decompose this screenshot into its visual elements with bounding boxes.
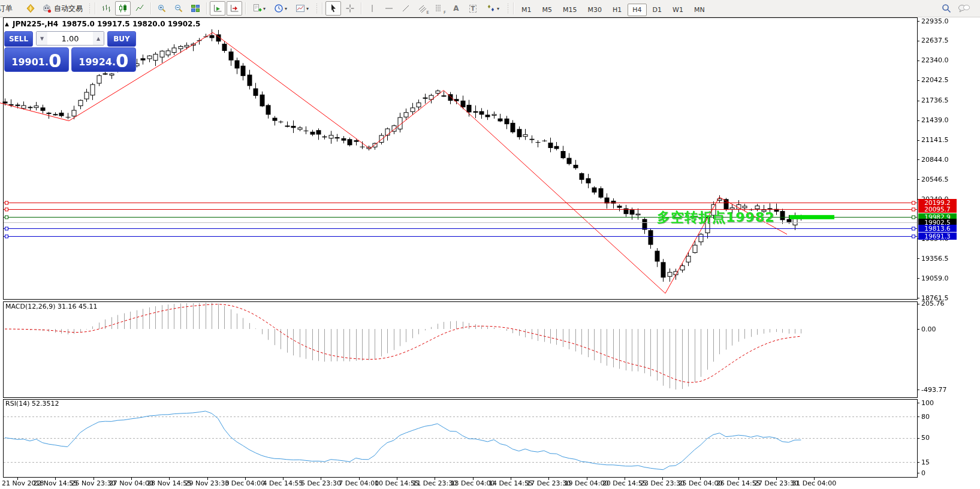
chart-canvas[interactable] [0, 0, 980, 489]
caret-down-icon: ▾ [306, 6, 309, 11]
timeframe-mn[interactable]: MN [689, 4, 710, 16]
bar-chart-icon[interactable] [98, 1, 114, 16]
date-tick-label: 4 Dec 14:55 [263, 479, 303, 487]
macd-tick-label: 0.00 [921, 325, 936, 333]
auto-scroll-icon[interactable] [210, 1, 225, 16]
arrows-icon [486, 4, 496, 13]
price-tick-label: 19059.0 [921, 274, 949, 282]
new-order-button[interactable]: 订单 [0, 1, 22, 16]
date-tick-label: 5 Dec 23:30 [301, 479, 341, 487]
buy-button[interactable]: BUY [107, 31, 136, 47]
timeframe-m5[interactable]: M5 [538, 4, 557, 16]
crosshair-icon[interactable] [342, 1, 358, 16]
robot-icon [42, 4, 52, 13]
toolbar-grip [507, 3, 509, 14]
arrows-tool-button[interactable]: ▾ [482, 1, 503, 16]
buy-price-big-digit: 0 [116, 52, 129, 70]
chart-window-title: ▲ JPN225-,H4 19875.0 19917.5 19820.0 199… [5, 20, 200, 28]
toolbar-grip [316, 3, 318, 14]
periods-button[interactable]: ▾ [270, 1, 291, 16]
rsi-indicator-label: RSI(14) 52.3512 [5, 400, 59, 408]
timeframe-h1[interactable]: H1 [608, 4, 626, 16]
macd-tick-label: -493.77 [921, 386, 946, 394]
toolbar-separator [245, 2, 246, 14]
channel-sub-label: E [427, 10, 429, 15]
volume-value[interactable]: 1.00 [47, 32, 93, 45]
tile-windows-icon[interactable] [188, 1, 203, 16]
symbol-period-label: JPN225-,H4 [13, 20, 58, 28]
volume-increase-button[interactable]: ▲ [93, 32, 104, 45]
date-tick-label: 29 Nov 23:30 [185, 479, 229, 487]
trendline-tool-icon[interactable] [398, 1, 414, 16]
toolbar-separator [150, 2, 151, 14]
zoom-out-icon[interactable] [171, 1, 186, 16]
collapse-panel-icon[interactable]: ▲ [5, 21, 9, 27]
macd-tick-label: 205.76 [921, 300, 945, 307]
date-tick-label: 3 Dec 04:00 [225, 479, 265, 487]
autotrading-label: 自动交易 [54, 4, 83, 14]
timeframe-w1[interactable]: W1 [668, 4, 688, 16]
chart-shift-icon[interactable] [227, 1, 242, 16]
date-tick-label: 7 Dec 04:00 [339, 479, 379, 487]
horizontal-line-tool-icon[interactable] [381, 1, 397, 16]
price-tick-label: 19356.5 [921, 255, 949, 262]
timeframe-m30[interactable]: M30 [583, 4, 607, 16]
indicators-button[interactable]: ▾ [249, 1, 269, 16]
indicators-doc-icon [252, 4, 262, 13]
price-level-tag: 20199.2 [918, 199, 957, 206]
vertical-line-tool-icon[interactable] [364, 1, 380, 16]
price-tick-label: 22935.0 [921, 17, 949, 25]
sell-price-button[interactable]: 19901.0 [4, 47, 69, 72]
price-tick-label: 22042.5 [921, 76, 949, 84]
autotrading-button[interactable]: 自动交易 [39, 1, 86, 16]
buy-price-button[interactable]: 19924.0 [71, 47, 136, 72]
new-order-label: 订单 [0, 4, 13, 14]
price-level-tag: 20095.7 [918, 206, 957, 213]
timeframe-d1[interactable]: D1 [648, 4, 667, 16]
price-tick-label: 22637.5 [921, 37, 949, 44]
line-chart-icon[interactable] [132, 1, 147, 16]
timeframe-m15[interactable]: M15 [558, 4, 582, 16]
zoom-in-icon[interactable] [154, 1, 170, 16]
fibonacci-tool-icon[interactable]: F [432, 1, 447, 16]
price-level-tag: 19813.6 [918, 225, 957, 232]
toolbar-separator [322, 2, 322, 14]
date-tick-label: 31 Dec 04:00 [792, 479, 836, 487]
ohlc-values: 19875.0 19917.5 19820.0 19902.5 [62, 20, 200, 28]
main-toolbar: 订单 自动交易 ▾ ▾ ▾ E F A T ▾ M1M5M15M30H1H4D1… [0, 0, 980, 17]
caret-down-icon: ▾ [285, 6, 287, 11]
fibo-sub-label: F [444, 10, 446, 15]
rsi-tick-label: 100 [921, 399, 934, 407]
search-icon[interactable] [939, 1, 954, 16]
chat-icon[interactable] [955, 1, 973, 16]
toolbar-separator [361, 2, 361, 14]
equidistant-channel-tool-icon[interactable]: E [415, 1, 430, 16]
clock-icon [274, 4, 284, 13]
price-level-tag: 19691.3 [918, 233, 957, 240]
volume-stepper: ▼ 1.00 ▲ [36, 31, 104, 46]
candlestick-chart-icon[interactable] [115, 1, 131, 16]
templates-button[interactable]: ▾ [292, 1, 312, 16]
volume-decrease-button[interactable]: ▼ [37, 32, 47, 45]
price-tick-label: 20546.5 [921, 176, 949, 183]
chart-text-annotation[interactable]: 多空转折点19982 [657, 209, 775, 227]
favorites-gem-icon[interactable] [23, 1, 38, 16]
cursor-icon[interactable] [325, 1, 341, 16]
text-tool-icon[interactable]: A [448, 1, 464, 16]
buy-price: 19924 [79, 55, 112, 70]
timeframe-h4[interactable]: H4 [628, 4, 646, 16]
caret-down-icon: ▾ [263, 6, 266, 11]
toolbar-grip [89, 3, 91, 14]
toolbar-separator [95, 2, 95, 14]
text-tool-label: A [453, 4, 459, 13]
price-tick-label: 20844.0 [921, 156, 949, 164]
price-tick-label: 22340.0 [921, 56, 949, 64]
timeframe-m1[interactable]: M1 [517, 4, 536, 16]
rsi-tick-label: 15 [921, 458, 930, 466]
price-tick-label: 21439.0 [921, 116, 949, 124]
rsi-tick-label: 80 [921, 413, 930, 421]
toolbar-separator [206, 2, 207, 14]
sell-button[interactable]: SELL [4, 31, 33, 47]
label-tool-icon[interactable]: T [465, 1, 481, 16]
timeframe-group: M1M5M15M30H1H4D1W1MN [516, 3, 710, 14]
